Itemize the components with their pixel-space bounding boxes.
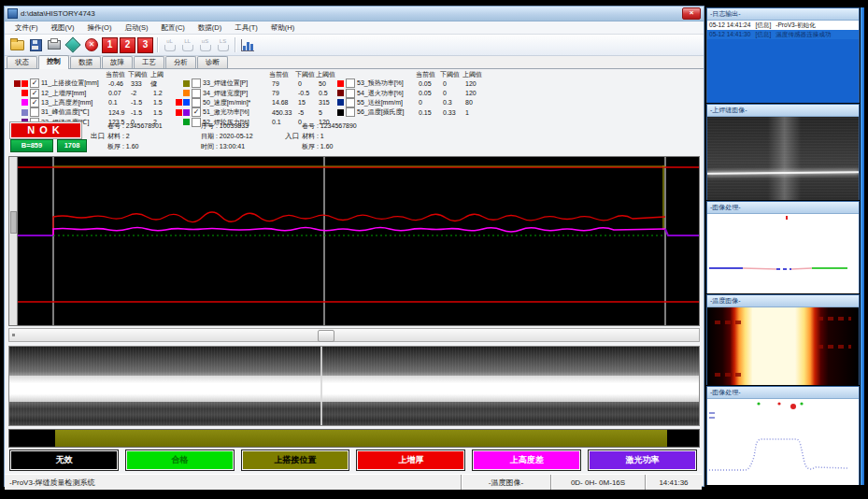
param-color-swatch [174,80,191,87]
log-entry-selected[interactable]: 05-12 14:41:30 [信息] 温度传感器连接成功 [707,30,859,39]
menu-help[interactable]: 帮助(H) [264,23,301,33]
chart-button[interactable] [239,37,256,53]
status-bar: -ProV3-焊缝质量检测系统 -温度图像- 0D- 0H- 0M-16S 14… [5,474,702,490]
seam-camera-strip [8,346,700,426]
menu-config[interactable]: 配置(C) [154,23,191,33]
param-checkbox[interactable] [30,98,39,107]
weld-image-title: -上焊缝图像- [707,105,859,117]
tab-control[interactable]: 控制 [38,55,69,69]
legend-laser-power-button[interactable]: 激光功率 [589,450,696,470]
signal-chart-plot [9,157,699,325]
param-current: 0.15 [419,109,443,116]
param-current: 14.68 [272,99,298,106]
param-row-31: 31_峰值温度[℃] 124.9 -1.5 1.5 [12,107,172,117]
param-checkbox[interactable] [192,89,201,98]
toolbar-separator [157,37,158,52]
param-color-swatch [328,80,345,87]
log-time: 05-12 14:41:30 [709,30,750,39]
counter-badge-2: 1708 [57,139,87,152]
title-bar[interactable]: d:\data\HISTORY4743 × [5,7,704,21]
param-color-swatch [174,99,191,106]
param-group-1: 当前值下阈值上阈值 11_上搭接位置[mm] -0.46 333 2 12_上增… [12,70,172,127]
param-color-swatch [328,109,345,116]
temp-proc-view [707,399,859,485]
stop-button[interactable]: ✕ [83,37,100,53]
param-low: 0 [298,80,319,87]
param-label: 12_上增厚[mm] [41,89,108,98]
param-checkbox[interactable] [30,78,39,88]
log-list[interactable]: 05-12 14:41:24 [信息] -ProV3-初始化 05-12 14:… [707,21,859,103]
param-high: 80 [465,99,488,106]
tab-status[interactable]: 状态 [7,56,37,68]
control-tab-content: 当前值下阈值上阈值 11_上搭接位置[mm] -0.46 333 2 12_上增… [5,69,702,489]
param-current: -0.46 [108,80,131,87]
param-checkbox[interactable] [346,89,355,98]
param-current: 124.9 [108,109,131,116]
sidebar-scrollbar[interactable] [861,7,864,485]
param-low: 0 [443,90,465,96]
menu-start[interactable]: 启动(S) [118,23,154,33]
tab-process[interactable]: 工艺 [134,56,164,68]
profile-1-button[interactable]: 1 [102,37,118,53]
exit-material: 材料 : 2 [107,131,163,141]
param-checkbox[interactable] [346,78,355,88]
chart-horizontal-scrollbar[interactable] [8,328,700,342]
log-entry[interactable]: 05-12 14:41:24 [信息] -ProV3-初始化 [707,21,859,30]
param-row-55: 55_送丝[mm/m] 0 0.3 80 [328,98,488,107]
param-checkbox[interactable] [346,98,355,107]
serial-number: 序号 : 10039833 [201,121,253,131]
legend-invalid-button[interactable]: 无效 [10,450,118,470]
param-checkbox[interactable] [192,118,201,127]
param-checkbox[interactable] [192,107,201,117]
profile-3-button[interactable]: 3 [137,37,153,53]
tab-diagnosis[interactable]: 诊断 [197,56,228,68]
open-folder-button[interactable] [8,37,25,53]
tab-fault[interactable]: 故障 [102,56,133,68]
param-headers: 当前值下阈值上阈值 [12,70,172,78]
legend-overlap-position-button[interactable]: 上搭接位置 [242,450,349,470]
temperature-profile-plot [707,399,857,485]
close-button[interactable]: × [682,7,701,20]
menu-tools[interactable]: 工具(T) [228,23,264,33]
date-value: 日期 : 2020-05-12 [201,131,253,141]
param-checkbox[interactable] [30,89,39,98]
menu-file[interactable]: 文件(F) [8,23,45,33]
param-checkbox[interactable] [192,78,201,88]
param-current: 0 [419,99,443,106]
log-tag: [信息] [755,21,771,30]
log-panel: -日志输出- 05-12 14:41:24 [信息] -ProV3-初始化 05… [706,7,860,103]
signal-chart [8,156,700,326]
param-current: 0.07 [108,90,131,96]
param-label: 33_焊缝位置[P] [203,78,272,88]
param-row-54: 54_退火功率[%] 0.05 0 120 [328,88,488,97]
param-label: 31_峰值温度[℃] [41,107,108,117]
menu-view[interactable]: 视图(V) [45,23,81,33]
menu-data[interactable]: 数据(D) [192,23,228,33]
param-current: 79 [272,90,298,96]
print-button[interactable] [46,37,63,53]
scrollbar-handle[interactable] [318,330,334,342]
exit-label: 出口 [91,132,105,141]
exit-coil-info: 卷号 : 2345678901 材料 : 2 板厚 : 1.60 [107,121,163,151]
param-current: 0.1 [108,99,131,106]
tab-analysis[interactable]: 分析 [165,56,196,68]
param-high: 1.5 [153,109,172,116]
param-checkbox[interactable] [346,107,355,117]
uL-button-disabled: uL [162,37,178,53]
save-button[interactable] [27,37,44,53]
legend-height-diff-button[interactable]: 上高度差 [473,450,580,470]
param-checkbox[interactable] [30,107,39,117]
tab-data[interactable]: 数据 [70,56,101,68]
profile-2-button[interactable]: 2 [120,37,135,53]
legend-thickening-button[interactable]: 上增厚 [357,450,464,470]
param-row-50: 50_速度[m/min]* 14.68 15 315 [174,98,339,107]
menu-operate[interactable]: 操作(O) [81,23,119,33]
log-tag: [信息] [755,30,771,39]
param-high: 1.2 [153,90,172,96]
scrollbar-left-arrow[interactable] [12,334,15,336]
chart-vertical-scrollbar[interactable] [9,157,18,325]
verify-button[interactable] [64,37,81,53]
param-color-swatch [174,119,191,125]
legend-pass-button[interactable]: 合格 [126,450,234,470]
param-checkbox[interactable] [192,98,201,107]
